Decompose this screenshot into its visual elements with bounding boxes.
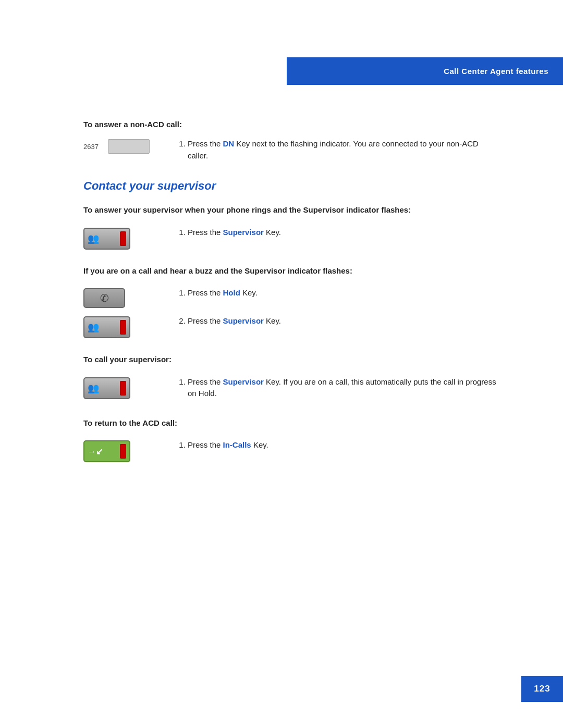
dn-bold: DN — [223, 139, 235, 148]
sub2-supervisor-bold: Supervisor — [223, 316, 264, 325]
sub1-step-row: 👥 Press the Supervisor Key. — [83, 227, 500, 250]
sub2-heading: If you are on a call and hear a buzz and… — [83, 265, 500, 277]
sub1-icon-col: 👥 — [83, 227, 167, 250]
sub2-step2: Press the Supervisor Key. — [188, 315, 500, 327]
sub2-hold-steps: Press the Hold Key. — [167, 287, 500, 301]
sub3-heading: To call your supervisor: — [83, 354, 500, 366]
supervisor-red-indicator-3 — [120, 381, 126, 396]
persons-icon-3: 👥 — [88, 382, 99, 394]
sub2-supervisor-icon-col: 👥 — [83, 315, 167, 338]
incalls-red-indicator — [120, 444, 126, 459]
supervisor-red-indicator — [120, 231, 126, 246]
persons-icon-2: 👥 — [88, 322, 99, 333]
dn-row: 2637 — [83, 139, 150, 154]
sub1-section: To answer your supervisor when your phon… — [83, 204, 500, 250]
answer-non-acd-step-row: 2637 Press the DN Key next to the flashi… — [83, 138, 500, 164]
sub2-hold-row: ✆ Press the Hold Key. — [83, 287, 500, 308]
answer-non-acd-step1: Press the DN Key next to the flashing in… — [188, 138, 500, 162]
sub3-step1: Press the Supervisor Key. If you are on … — [188, 376, 500, 400]
sub3-step-row: 👥 Press the Supervisor Key. If you are o… — [83, 376, 500, 402]
sub4-incalls-bold: In-Calls — [223, 440, 251, 449]
sub4-section: To return to the ACD call: →↙ Press the … — [83, 417, 500, 463]
dn-key-box — [108, 139, 150, 154]
sub2-hold-bold: Hold — [223, 288, 240, 297]
sub2-supervisor-row: 👥 Press the Supervisor Key. — [83, 315, 500, 338]
page-number: 123 — [521, 676, 563, 702]
sub2-supervisor-steps: Press the Supervisor Key. — [167, 315, 500, 329]
sub2-step1: Press the Hold Key. — [188, 287, 500, 299]
supervisor-red-indicator-2 — [120, 320, 126, 335]
sub1-heading: To answer your supervisor when your phon… — [83, 204, 500, 216]
sub4-steps: Press the In-Calls Key. — [167, 439, 500, 453]
answer-non-acd-label: To answer a non-ACD call: — [83, 120, 500, 129]
incalls-key-icon: →↙ — [83, 440, 130, 462]
supervisor-key-icon-3: 👥 — [83, 377, 130, 399]
sub3-icon-col: 👥 — [83, 376, 167, 399]
sub3-steps: Press the Supervisor Key. If you are on … — [167, 376, 500, 402]
incalls-arrow: →↙ — [88, 447, 103, 456]
header-banner: Call Center Agent features — [287, 57, 563, 85]
sub2-section: If you are on a call and hear a buzz and… — [83, 265, 500, 339]
hold-symbol: ✆ — [100, 292, 109, 304]
sub1-steps: Press the Supervisor Key. — [167, 227, 500, 241]
sub4-icon-col: →↙ — [83, 439, 167, 462]
supervisor-key-icon-2: 👥 — [83, 316, 130, 338]
sub4-step1: Press the In-Calls Key. — [188, 439, 500, 451]
answer-non-acd-steps: Press the DN Key next to the flashing in… — [167, 138, 500, 164]
persons-icon: 👥 — [88, 233, 99, 244]
contact-supervisor-title: Contact your supervisor — [83, 179, 500, 193]
sub4-step-row: →↙ Press the In-Calls Key. — [83, 439, 500, 462]
header-title: Call Center Agent features — [444, 67, 548, 76]
answer-non-acd-section: To answer a non-ACD call: 2637 Press the… — [83, 120, 500, 164]
supervisor-key-icon: 👥 — [83, 228, 130, 250]
sub2-hold-icon-col: ✆ — [83, 287, 167, 308]
sub3-supervisor-bold: Supervisor — [223, 377, 264, 386]
dn-key-area: 2637 — [83, 138, 167, 157]
sub1-supervisor-bold: Supervisor — [223, 228, 264, 237]
sub3-section: To call your supervisor: 👥 Press the Sup… — [83, 354, 500, 402]
dn-label: 2637 — [83, 143, 99, 151]
hold-key-icon: ✆ — [83, 288, 125, 308]
sub4-heading: To return to the ACD call: — [83, 417, 500, 429]
sub1-step1: Press the Supervisor Key. — [188, 227, 500, 239]
